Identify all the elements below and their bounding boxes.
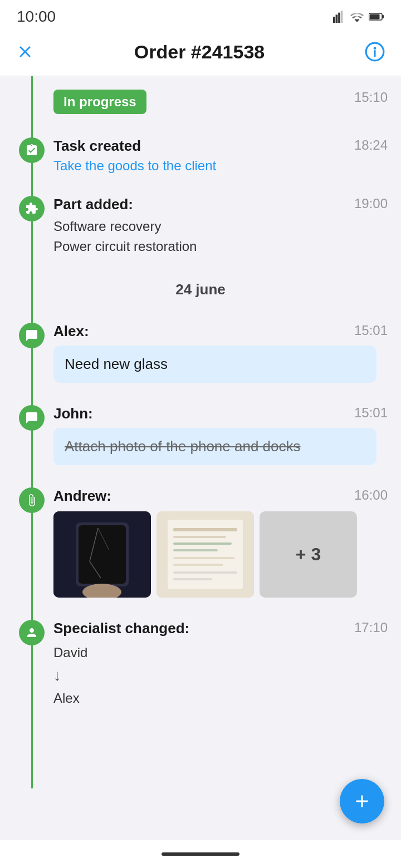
part-added-item1: Software recovery	[53, 216, 388, 236]
svg-rect-25	[173, 571, 237, 574]
in-progress-badge: In progress	[53, 90, 146, 114]
add-fab-button[interactable]	[340, 779, 384, 823]
svg-rect-22	[173, 549, 218, 551]
specialist-from: David ↓ Alex	[53, 640, 388, 711]
timeline-item-andrew-photos: Andrew: 16:00	[0, 476, 401, 609]
part-added-item2: Power circuit restoration	[53, 236, 388, 257]
timeline-item-in-progress: In progress 15:10	[0, 76, 401, 126]
svg-rect-5	[382, 15, 384, 18]
home-indicator	[162, 852, 239, 856]
john-message-bubble: Attach photo of the phone and docks	[53, 428, 376, 465]
part-added-title: Part added:	[53, 196, 133, 213]
john-time: 15:01	[354, 405, 388, 421]
signal-icon	[333, 11, 345, 23]
chat-icon-alex	[19, 323, 45, 348]
svg-rect-0	[333, 17, 335, 23]
svg-rect-19	[173, 528, 237, 531]
svg-rect-23	[173, 557, 234, 559]
status-bar: 10:00	[0, 0, 401, 30]
task-created-title: Task created	[53, 137, 141, 155]
andrew-time: 16:00	[354, 487, 388, 503]
svg-rect-6	[370, 14, 380, 19]
svg-rect-1	[336, 14, 338, 23]
svg-rect-20	[173, 536, 226, 538]
specialist-changed-time: 17:10	[354, 620, 388, 635]
specialist-icon	[19, 620, 45, 645]
battery-icon	[369, 12, 384, 22]
status-icons	[333, 11, 384, 23]
timeline-item-task-created: Task created 18:24 Take the goods to the…	[0, 126, 401, 185]
info-button[interactable]	[362, 39, 388, 65]
alex-sender: Alex:	[53, 323, 89, 340]
timeline-item-part-added: Part added: 19:00 Software recovery Powe…	[0, 185, 401, 268]
chat-icon-john	[19, 405, 45, 431]
svg-rect-3	[341, 11, 343, 23]
wifi-icon	[350, 11, 364, 23]
svg-rect-12	[79, 525, 126, 584]
timeline: In progress 15:10 Task created 18:24 Tak…	[0, 76, 401, 788]
in-progress-time: 15:10	[354, 90, 388, 105]
svg-rect-2	[338, 13, 340, 23]
photo-grid: + 3	[53, 511, 388, 598]
john-sender: John:	[53, 405, 93, 422]
task-created-link[interactable]: Take the goods to the client	[53, 158, 216, 173]
timeline-item-specialist-changed: Specialist changed: 17:10 David ↓ Alex	[0, 609, 401, 722]
attachment-icon-andrew	[19, 487, 45, 513]
alex-message-bubble: Need new glass	[53, 346, 376, 383]
specialist-changed-title: Specialist changed:	[53, 620, 189, 637]
close-button[interactable]	[13, 40, 37, 63]
part-added-time: 19:00	[354, 196, 388, 211]
part-icon	[19, 196, 45, 221]
task-icon	[19, 137, 45, 163]
header: Order #241538	[0, 30, 401, 76]
photo-2-img	[157, 511, 254, 598]
date-separator-june: 24 june	[0, 268, 401, 312]
alex-time: 15:01	[354, 323, 388, 338]
svg-rect-21	[173, 542, 232, 545]
photo-thumb-1[interactable]	[53, 511, 151, 598]
plus-icon	[352, 791, 372, 811]
photo-more-count[interactable]: + 3	[260, 511, 357, 598]
task-created-time: 18:24	[354, 137, 388, 153]
svg-rect-24	[173, 564, 223, 566]
specialist-to: Alex	[53, 691, 80, 706]
timeline-item-alex-message: Alex: 15:01 Need new glass	[0, 312, 401, 394]
timeline-item-john-message: John: 15:01 Attach photo of the phone an…	[0, 394, 401, 476]
bottom-bar	[0, 840, 401, 868]
svg-rect-26	[173, 578, 212, 580]
status-time: 10:00	[17, 8, 56, 26]
photo-thumb-2[interactable]	[157, 511, 254, 598]
specialist-arrow: ↓	[53, 664, 388, 686]
photo-1-img	[53, 511, 151, 598]
page-title: Order #241538	[134, 41, 265, 63]
andrew-sender: Andrew:	[53, 487, 111, 505]
